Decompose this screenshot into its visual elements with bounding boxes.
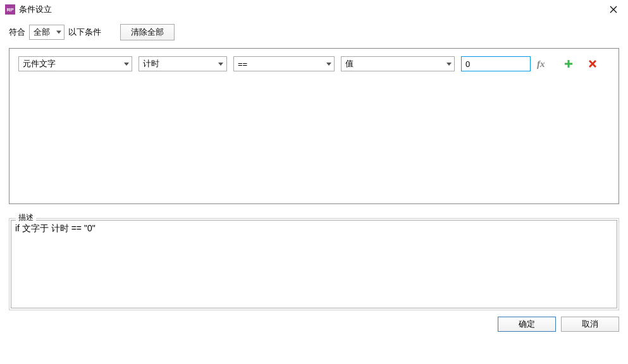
remove-condition-button[interactable] <box>586 58 599 70</box>
plus-icon <box>564 59 573 68</box>
match-mode-dropdown[interactable]: 全部 <box>29 25 65 40</box>
add-condition-button[interactable] <box>562 58 575 70</box>
condition-type-dropdown[interactable]: 元件文字 <box>18 56 132 71</box>
chevron-down-icon <box>323 57 334 71</box>
condition-type-value: 元件文字 <box>19 58 120 70</box>
match-row: 符合 全部 以下条件 清除全部 <box>9 24 619 40</box>
match-suffix-label: 以下条件 <box>68 27 101 38</box>
svg-rect-3 <box>565 63 572 65</box>
clear-all-button[interactable]: 清除全部 <box>120 24 175 40</box>
description-label: 描述 <box>16 212 36 223</box>
description-textarea[interactable]: if 文字于 计时 == "0" <box>11 220 617 308</box>
condition-value-mode-dropdown[interactable]: 值 <box>341 56 455 71</box>
condition-value-input[interactable] <box>461 56 531 71</box>
fx-button[interactable]: fx <box>537 59 550 70</box>
condition-operator-value: == <box>234 59 323 69</box>
condition-widget-selector[interactable] <box>139 56 227 71</box>
chevron-down-icon <box>120 57 132 71</box>
condition-row: 元件文字 == 值 fx <box>18 56 610 71</box>
close-icon <box>610 6 617 13</box>
title-bar: RP 条件设立 <box>0 0 628 19</box>
match-prefix-label: 符合 <box>9 27 25 38</box>
condition-widget-input[interactable] <box>139 56 215 71</box>
condition-value-mode-value: 值 <box>342 58 443 70</box>
cancel-button[interactable]: 取消 <box>561 317 619 332</box>
dialog-footer: 确定 取消 <box>0 310 628 332</box>
app-icon: RP <box>5 4 15 15</box>
condition-widget-dropdown-button[interactable] <box>215 56 227 71</box>
chevron-down-icon <box>443 57 454 71</box>
description-group: 描述 if 文字于 计时 == "0" <box>9 218 619 310</box>
match-mode-value: 全部 <box>34 27 50 38</box>
ok-button[interactable]: 确定 <box>498 317 556 332</box>
chevron-down-icon <box>218 63 223 66</box>
window-title: 条件设立 <box>19 4 604 15</box>
condition-operator-dropdown[interactable]: == <box>233 56 335 71</box>
chevron-down-icon <box>56 31 61 34</box>
conditions-container: 元件文字 == 值 fx <box>9 48 619 204</box>
x-icon <box>589 60 596 68</box>
close-button[interactable] <box>604 0 623 19</box>
